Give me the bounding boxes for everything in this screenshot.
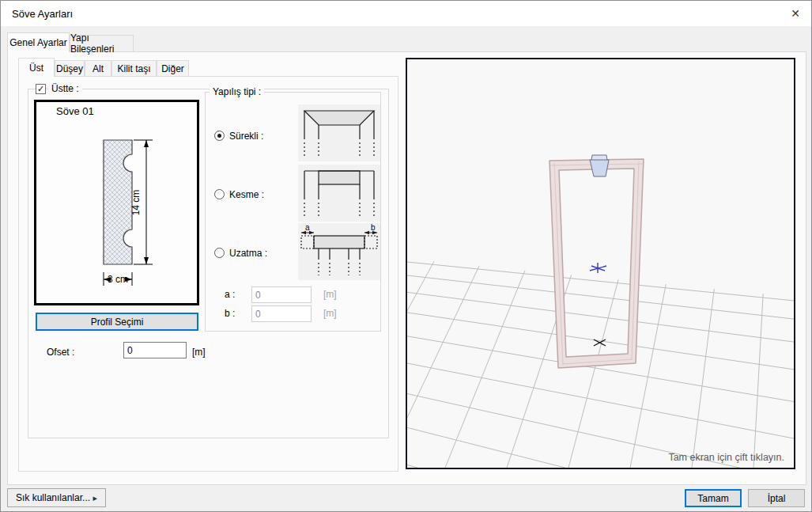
diagram-a-label: a [305, 223, 310, 232]
tab-genel-ayarlar[interactable]: Genel Ayarlar [7, 32, 70, 52]
ok-button[interactable]: Tamam [685, 489, 742, 507]
tab-alt[interactable]: Alt [85, 60, 111, 77]
titlebar[interactable]: Söve Ayarları [1, 1, 811, 26]
height-dimension-label: 14 cm [130, 190, 142, 216]
tab-diger[interactable]: Diğer [157, 60, 189, 77]
ustte-checkbox-label[interactable]: Üstte : [48, 83, 82, 94]
diagram-b-label: b [371, 223, 376, 232]
fullscreen-hint: Tam ekran için çift tıklayın. [668, 452, 784, 463]
ofset-input[interactable] [123, 342, 187, 358]
profile-shape [104, 140, 132, 264]
checkbox-check-icon: ✓ [37, 85, 44, 93]
tab-kilit-tasi[interactable]: Kilit taşı [111, 60, 157, 77]
keystone-top [591, 155, 607, 160]
b-label: b : [225, 308, 235, 319]
flyout-arrow-icon: ▸ [93, 493, 97, 503]
tab-yapi-bilesenleri[interactable]: Yapı Bileşenleri [70, 35, 134, 52]
diagram-kesme [298, 165, 380, 222]
radio-uzatma-label[interactable]: Uzatma : [229, 248, 267, 259]
a-unit: [m] [323, 289, 337, 300]
profil-secimi-button[interactable]: Profil Seçimi [36, 313, 198, 331]
preview-3d-viewport[interactable]: Tam ekran için çift tıklayın. [406, 58, 795, 469]
radio-uzatma[interactable] [214, 248, 225, 258]
profile-name: Söve 01 [56, 105, 94, 117]
snap-x-marker [594, 339, 606, 346]
radio-surekli-label[interactable]: Sürekli : [229, 131, 263, 142]
favorites-button[interactable]: Sık kullanılanlar... ▸ [7, 488, 106, 507]
tab-ust[interactable]: Üst [18, 58, 55, 77]
radio-surekli[interactable] [214, 131, 225, 141]
yapilis-tipi-label: Yapılış tipi : [210, 86, 264, 97]
a-input [251, 286, 312, 303]
close-icon[interactable]: ✕ [786, 5, 805, 22]
tab-dusey[interactable]: Düşey [55, 60, 85, 77]
ofset-unit: [m] [192, 347, 206, 358]
radio-kesme-label[interactable]: Kesme : [229, 189, 264, 200]
profile-drawing: Söve 01 14 cm 3 cm [36, 102, 197, 303]
dialog-sove-ayarlari: Söve Ayarları ✕ Genel Ayarlar Yapı Bileş… [0, 0, 812, 512]
width-dimension-label: 3 cm [108, 274, 128, 285]
viewport-scene [407, 59, 794, 468]
cancel-button[interactable]: İptal [748, 489, 805, 507]
b-unit: [m] [323, 308, 337, 319]
b-input [251, 305, 312, 322]
diagram-uzatma: a b [298, 223, 380, 280]
diagram-surekli [298, 104, 380, 161]
window-title: Söve Ayarları [12, 8, 73, 20]
ofset-label: Ofset : [47, 347, 74, 358]
profile-preview: Söve 01 14 cm 3 cm [34, 100, 199, 305]
ustte-checkbox[interactable]: ✓ [36, 84, 46, 94]
favorites-button-label: Sık kullanılanlar... [16, 492, 90, 503]
radio-kesme[interactable] [214, 189, 225, 199]
a-label: a : [225, 289, 235, 300]
